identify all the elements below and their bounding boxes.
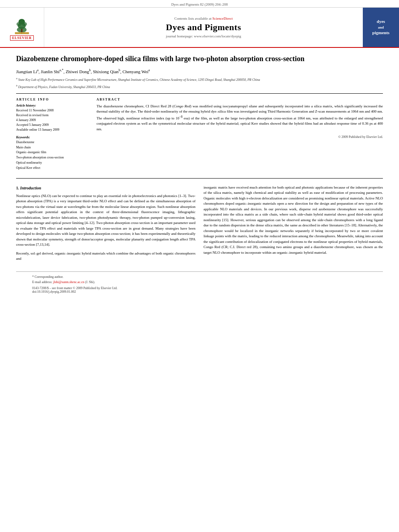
abstract-column: ABSTRACT The diazobenzene chromophore, C… bbox=[97, 98, 383, 174]
author-3: Zhiwei Dongb bbox=[66, 69, 90, 74]
issn-line: 0143-7208/$ – see front matter © 2009 Pu… bbox=[32, 286, 367, 290]
abstract-title: ABSTRACT bbox=[97, 98, 383, 101]
keywords-list: Diazobenzene Main chain Organic–inorgani… bbox=[16, 140, 88, 171]
intro-heading-num: 1. bbox=[16, 186, 19, 190]
journal-logo-right: dyes and pigments bbox=[363, 8, 399, 47]
paper-left-column: 1. Introduction Nonlinear optics (NLO) c… bbox=[16, 185, 195, 265]
intro-heading-text: Introduction bbox=[20, 186, 41, 190]
intro-para-2: Recently, sol–gel derived, organic–inorg… bbox=[16, 251, 195, 262]
author-5: Chenyang Weia bbox=[122, 69, 150, 74]
revised-label: Received in revised form bbox=[16, 113, 88, 118]
received-date: Received 11 November 2008 bbox=[16, 108, 88, 113]
paper-body: 1. Introduction Nonlinear optics (NLO) c… bbox=[16, 185, 383, 265]
dp-logo-line3: pigments bbox=[372, 30, 390, 36]
svg-point-3 bbox=[16, 22, 21, 26]
affiliation-b: b Department of Physics, Fudan Universit… bbox=[16, 84, 383, 89]
svg-point-4 bbox=[22, 22, 27, 26]
journal-citation: Dyes and Pigments 82 (2009) 204–208 bbox=[171, 2, 228, 6]
history-label: Article history: bbox=[16, 104, 88, 107]
keyword-5: Optical nonlinearity bbox=[16, 160, 88, 166]
authors-line: Jiangtian Lia, Jianlin Shia,*, Zhiwei Do… bbox=[16, 68, 383, 74]
footer-email-line: E-mail address: jlshi@sunm.shenc.ac.cn (… bbox=[32, 280, 367, 284]
journal-top-bar: Dyes and Pigments 82 (2009) 204–208 bbox=[0, 0, 399, 8]
elsevier-label: ELSEVIER bbox=[10, 35, 33, 41]
intro-para-1: Nonlinear optics (NLO) can be expected t… bbox=[16, 193, 195, 248]
intro-heading: 1. Introduction bbox=[16, 185, 195, 191]
author-1: Jiangtian Lia bbox=[16, 69, 39, 74]
affiliation-a: a State Key Lab of High Performance Cera… bbox=[16, 76, 383, 82]
svg-rect-6 bbox=[15, 32, 29, 34]
article-info-title: ARTICLE INFO bbox=[16, 98, 88, 101]
sciencedirect-anchor[interactable]: ScienceDirect bbox=[212, 16, 232, 21]
revised-date: 4 January 2009 bbox=[16, 118, 88, 123]
article-title: Diazobenzene chromophore-doped silica fi… bbox=[16, 54, 383, 64]
elsevier-tree-icon bbox=[11, 14, 33, 35]
separator-after-abstract bbox=[16, 178, 383, 179]
keyword-6: Optical Kerr effect bbox=[16, 166, 88, 171]
author-email[interactable]: jlshi@sunm.shenc.ac.cn bbox=[53, 280, 84, 284]
info-abstract-row: ARTICLE INFO Article history: Received 1… bbox=[16, 98, 383, 174]
sciencedirect-link: Contents lists available at ScienceDirec… bbox=[175, 16, 233, 21]
elsevier-logo: ELSEVIER bbox=[10, 14, 33, 41]
abstract-text: The diazobenzene chromophore, CI Direct … bbox=[97, 104, 383, 132]
accepted-date: Accepted 5 January 2009 bbox=[16, 123, 88, 127]
dp-logo-line2: and bbox=[378, 25, 384, 29]
author-4: Shixiong Qianb bbox=[93, 69, 120, 74]
journal-header-center: Contents lists available at ScienceDirec… bbox=[44, 8, 363, 47]
journal-header: ELSEVIER Contents lists available at Sci… bbox=[0, 8, 399, 48]
article-info-column: ARTICLE INFO Article history: Received 1… bbox=[16, 98, 88, 174]
elsevier-logo-area: ELSEVIER bbox=[0, 8, 44, 47]
paper-right-column: inorganic matrix have received much atte… bbox=[204, 185, 383, 265]
author-2: Jianlin Shia,* bbox=[41, 69, 63, 74]
intro-right-para-1: inorganic matrix have received much atte… bbox=[204, 185, 383, 256]
article-history-section: Article history: Received 11 November 20… bbox=[16, 104, 88, 132]
keywords-section: Keywords: Diazobenzene Main chain Organi… bbox=[16, 136, 88, 171]
keyword-3: Organic–inorganic film bbox=[16, 150, 88, 155]
article-content: Diazobenzene chromophore-doped silica fi… bbox=[0, 48, 399, 303]
keyword-1: Diazobenzene bbox=[16, 140, 88, 145]
dyes-pigments-logo: dyes and pigments bbox=[370, 15, 392, 39]
journal-title: Dyes and Pigments bbox=[166, 22, 241, 33]
journal-homepage: journal homepage: www.elsevier.com/locat… bbox=[166, 34, 241, 38]
keyword-4: Two-photon absorption cross-section bbox=[16, 155, 88, 160]
available-date: Available online 13 January 2009 bbox=[16, 127, 88, 132]
separator-after-authors bbox=[16, 93, 383, 94]
copyright-line: © 2009 Published by Elsevier Ltd. bbox=[97, 135, 383, 139]
doi-line: doi:10.1016/j.dyepig.2009.01.002 bbox=[32, 290, 367, 294]
corresponding-author-note: * Corresponding author. bbox=[32, 275, 367, 279]
footer-identifiers: 0143-7208/$ – see front matter © 2009 Pu… bbox=[32, 286, 367, 294]
keywords-label: Keywords: bbox=[16, 136, 88, 139]
dp-logo-line1: dyes bbox=[372, 18, 390, 25]
footer-bar: * Corresponding author. E-mail address: … bbox=[16, 271, 383, 295]
keyword-2: Main chain bbox=[16, 145, 88, 150]
